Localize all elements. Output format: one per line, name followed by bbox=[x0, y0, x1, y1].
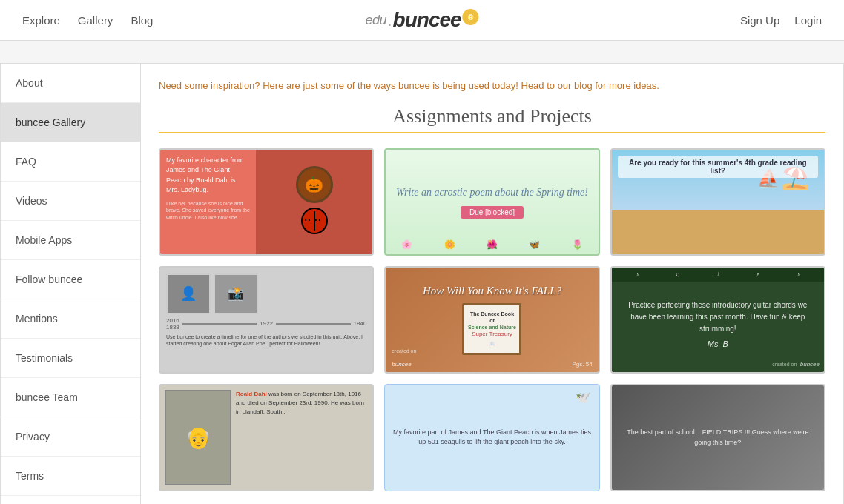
gallery-card-1[interactable]: My favorite character from James and The… bbox=[159, 148, 374, 256]
card-8-text: My favorite part of James and The Giant … bbox=[392, 428, 591, 448]
sidebar-item-mobile-apps[interactable]: Mobile Apps bbox=[1, 221, 140, 260]
content-area: Need some inspiration? Here are just som… bbox=[141, 63, 844, 504]
gallery-card-4[interactable]: 👤 📸 20161838 1922 1840 Use buncee to cre… bbox=[159, 266, 374, 374]
sidebar-item-terms[interactable]: Terms bbox=[1, 457, 140, 496]
card-8-bird: 🕊️ bbox=[576, 391, 590, 405]
gallery-card-7[interactable]: 👴 Roald Dahl was born on September 13th,… bbox=[159, 384, 374, 491]
sidebar-item-about[interactable]: About bbox=[1, 64, 140, 103]
top-navigation: Explore Gallery Blog edu . buncee ® Sign… bbox=[0, 0, 844, 41]
nav-links-left: Explore Gallery Blog bbox=[22, 14, 153, 27]
nav-login[interactable]: Login bbox=[794, 14, 822, 27]
sidebar: About buncee Gallery FAQ Videos Mobile A… bbox=[0, 63, 141, 504]
card-4-timeline-line: 20161838 1922 1840 bbox=[166, 317, 366, 331]
sidebar-item-mentions[interactable]: Mentions bbox=[1, 299, 140, 339]
gallery-card-3[interactable]: ⛱️ ⛵ Are you ready for this summer's 4th… bbox=[610, 148, 825, 256]
card-5-book: The Buncee Book of Science and Nature Su… bbox=[462, 303, 521, 355]
gallery-card-6[interactable]: ♪ ♫ ♩ ♬ ♪ Practice perfecting these intr… bbox=[610, 266, 825, 374]
sidebar-item-gallery[interactable]: buncee Gallery bbox=[1, 103, 140, 142]
card-2-due: Due [blocked] bbox=[461, 206, 524, 219]
card-4-caption: Use buncee to create a timeline for one … bbox=[166, 334, 366, 348]
card-5-title: How Will You Know It's FALL? bbox=[423, 285, 561, 297]
card-5-created: created on buncee bbox=[392, 342, 416, 369]
logo-buncee: buncee bbox=[393, 8, 461, 32]
gallery-grid: My favorite character from James and The… bbox=[159, 148, 825, 491]
sidebar-item-team[interactable]: buncee Team bbox=[1, 378, 140, 417]
sidebar-item-videos[interactable]: Videos bbox=[1, 182, 140, 221]
card-2-flowers: 🌸🌼🌺🦋🌷 bbox=[386, 239, 598, 250]
nav-explore[interactable]: Explore bbox=[22, 14, 60, 27]
sidebar-item-privacy[interactable]: Privacy bbox=[1, 417, 140, 457]
sidebar-item-follow[interactable]: Follow buncee bbox=[1, 260, 140, 299]
logo-edu: edu bbox=[365, 13, 386, 28]
logo-badge: ® bbox=[463, 9, 479, 25]
gallery-card-5[interactable]: How Will You Know It's FALL? The Buncee … bbox=[384, 266, 599, 374]
card-9-text: The best part of school... FIELD TRIPS !… bbox=[619, 427, 817, 448]
card-5-page: Pgs. 54 bbox=[573, 361, 593, 368]
card-2-title: Write an acrostic poem about the Spring … bbox=[396, 185, 588, 200]
gallery-card-9[interactable]: The best part of school... FIELD TRIPS !… bbox=[610, 384, 825, 491]
card-7-photo: 👴 bbox=[165, 390, 231, 485]
card-6-text: Practice perfecting these introductory g… bbox=[621, 299, 815, 335]
card-6-created: created on buncee bbox=[772, 356, 820, 369]
main-container: About buncee Gallery FAQ Videos Mobile A… bbox=[0, 63, 844, 504]
nav-gallery[interactable]: Gallery bbox=[78, 14, 113, 27]
card-7-text: Roald Dahl was born on September 13th, 1… bbox=[236, 390, 368, 485]
logo[interactable]: edu . buncee ® bbox=[365, 8, 478, 32]
gallery-card-8[interactable]: 🕊️ My favorite part of James and The Gia… bbox=[384, 384, 599, 491]
section-title: Assignments and Projects bbox=[159, 105, 825, 127]
section-divider bbox=[159, 132, 825, 133]
card-6-author: Ms. B bbox=[708, 339, 728, 348]
nav-blog[interactable]: Blog bbox=[131, 14, 153, 27]
card-1-image: 🎃 bbox=[256, 150, 372, 254]
inspiration-text: Need some inspiration? Here are just som… bbox=[159, 79, 825, 93]
card-1-text: My favorite character from James and The… bbox=[160, 150, 256, 254]
gallery-card-2[interactable]: Write an acrostic poem about the Spring … bbox=[384, 148, 599, 256]
sidebar-item-testimonials[interactable]: Testimonials bbox=[1, 339, 140, 378]
nav-signup[interactable]: Sign Up bbox=[740, 14, 779, 27]
card-3-title: Are you ready for this summer's 4th grad… bbox=[618, 156, 818, 178]
logo-separator: . bbox=[387, 10, 392, 30]
nav-links-right: Sign Up Login bbox=[740, 14, 822, 27]
card-4-photos: 👤 📸 bbox=[166, 273, 366, 314]
sidebar-item-contact[interactable]: Contact us bbox=[1, 496, 140, 504]
sidebar-item-faq[interactable]: FAQ bbox=[1, 142, 140, 182]
